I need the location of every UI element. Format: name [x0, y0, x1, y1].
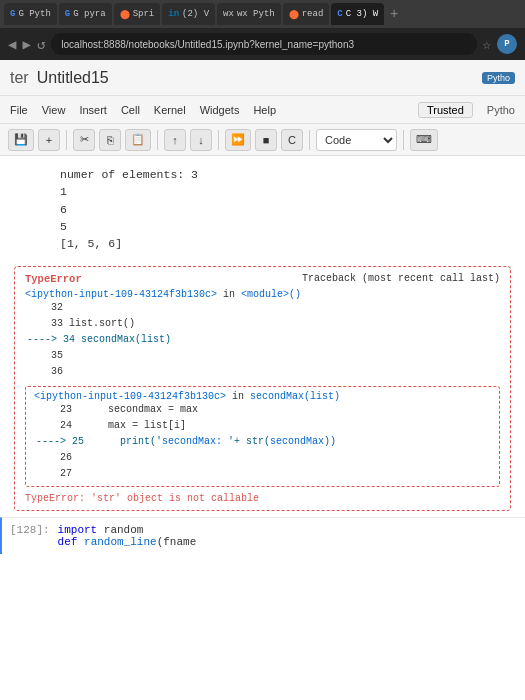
- error-message: TypeError: 'str' object is not callable: [25, 493, 500, 504]
- toolbar: 💾 + ✂ ⎘ 📋 ↑ ↓ ⏩ ■ C Code Markdown Raw ⌨: [0, 124, 525, 156]
- menu-help[interactable]: Help: [253, 104, 276, 116]
- output-line-4: 5: [60, 218, 511, 235]
- forward-icon[interactable]: ▶: [22, 36, 30, 53]
- toolbar-keyboard[interactable]: ⌨: [410, 129, 438, 151]
- tab-read[interactable]: ⬤ read: [283, 3, 330, 25]
- inner-line-26: 26: [34, 450, 491, 466]
- error-loc2-file: <ipython-input-109-43124f3b130c>: [34, 391, 226, 402]
- inner-line-25: ----> 25 print('secondMax: '+ str(second…: [34, 434, 491, 450]
- tab-v2[interactable]: in (2) V: [162, 3, 215, 25]
- traceback-title: Traceback (most recent call last): [302, 273, 500, 285]
- error-type-label: TypeError: [25, 273, 82, 285]
- toolbar-separator-3: [218, 130, 219, 150]
- cell-type-selector[interactable]: Code Markdown Raw: [316, 129, 397, 151]
- outer-line-32: 32: [25, 300, 500, 316]
- output-cell-area: numer of elements: 3 1 6 5 [1, 5, 6]: [0, 156, 525, 262]
- error-location-1: <ipython-input-109-43124f3b130c> in <mod…: [25, 289, 500, 300]
- address-bar: ◀ ▶ ↺ ☆ P: [0, 28, 525, 60]
- outer-line-36: 36: [25, 364, 500, 380]
- toolbar-separator-1: [66, 130, 67, 150]
- outer-line-35: 35: [25, 348, 500, 364]
- toolbar-separator-5: [403, 130, 404, 150]
- python-kernel-label: Pytho: [487, 104, 515, 116]
- toolbar-copy[interactable]: ⎘: [99, 129, 121, 151]
- error-header: TypeError Traceback (most recent call la…: [25, 273, 500, 285]
- outer-line-34: ----> 34 secondMax(list): [25, 332, 500, 348]
- toolbar-run-all[interactable]: ⏩: [225, 129, 251, 151]
- code-line-import: import random: [58, 524, 521, 536]
- menu-kernel[interactable]: Kernel: [154, 104, 186, 116]
- cell-number-128: [128]:: [2, 522, 54, 538]
- tab-wxpyth[interactable]: wx wx Pyth: [217, 3, 281, 25]
- menu-file[interactable]: File: [10, 104, 28, 116]
- python-badge: Pytho: [482, 72, 515, 84]
- toolbar-cut[interactable]: ✂: [73, 129, 95, 151]
- notebook-title-bar: ter Untitled15: [10, 69, 109, 87]
- output-line-3: 6: [60, 201, 511, 218]
- error-loc1-file: <ipython-input-109-43124f3b130c>: [25, 289, 217, 300]
- toolbar-move-down[interactable]: ↓: [190, 129, 212, 151]
- menu-insert[interactable]: Insert: [79, 104, 107, 116]
- error-loc1-context: <module>(): [241, 289, 301, 300]
- notebook-title[interactable]: Untitled15: [37, 69, 109, 87]
- notebook-header: ter Untitled15 Pytho: [0, 60, 525, 96]
- code-line-def: def random_line(fname: [58, 536, 521, 548]
- error-traceback-box: TypeError Traceback (most recent call la…: [14, 266, 511, 511]
- error-location-2: <ipython-input-109-43124f3b130c> in seco…: [34, 391, 491, 402]
- inner-line-27: 27: [34, 466, 491, 482]
- toolbar-restart[interactable]: C: [281, 129, 303, 151]
- menu-view[interactable]: View: [42, 104, 66, 116]
- bookmark-icon[interactable]: ☆: [483, 36, 491, 53]
- output-line-1: numer of elements: 3: [60, 166, 511, 183]
- tab-pyra[interactable]: G G pyra: [59, 3, 112, 25]
- reload-icon[interactable]: ↺: [37, 36, 45, 53]
- cell-code-128[interactable]: import random def random_line(fname: [54, 522, 525, 550]
- toolbar-separator-2: [157, 130, 158, 150]
- inner-line-23: 23 secondmax = max: [34, 402, 491, 418]
- toolbar-add-cell[interactable]: +: [38, 129, 60, 151]
- trusted-button[interactable]: Trusted: [418, 102, 473, 118]
- tab-bar: G G Pyth G G pyra ⬤ Spri in (2) V wx wx …: [0, 0, 525, 28]
- address-input[interactable]: [51, 33, 476, 55]
- input-cell-128: [128]: import random def random_line(fna…: [0, 517, 525, 554]
- inner-traceback-box: <ipython-input-109-43124f3b130c> in seco…: [25, 386, 500, 487]
- menu-bar: File View Insert Cell Kernel Widgets Hel…: [0, 96, 525, 124]
- output-line-2: 1: [60, 183, 511, 200]
- output-text: numer of elements: 3 1 6 5 [1, 5, 6]: [0, 160, 525, 258]
- notebook-container: ter Untitled15 Pytho File View Insert Ce…: [0, 60, 525, 700]
- title-prefix: ter: [10, 69, 29, 87]
- toolbar-paste[interactable]: 📋: [125, 129, 151, 151]
- toolbar-interrupt[interactable]: ■: [255, 129, 277, 151]
- back-icon[interactable]: ◀: [8, 36, 16, 53]
- output-line-5: [1, 5, 6]: [60, 235, 511, 252]
- toolbar-separator-4: [309, 130, 310, 150]
- outer-traceback-lines: 32 33 list.sort() ----> 34 secondMax(lis…: [25, 300, 500, 380]
- toolbar-move-up[interactable]: ↑: [164, 129, 186, 151]
- new-tab-button[interactable]: +: [386, 6, 402, 22]
- toolbar-save[interactable]: 💾: [8, 129, 34, 151]
- tab-pyth1[interactable]: G G Pyth: [4, 3, 57, 25]
- outer-line-33: 33 list.sort(): [25, 316, 500, 332]
- menu-widgets[interactable]: Widgets: [200, 104, 240, 116]
- inner-line-24: 24 max = list[i]: [34, 418, 491, 434]
- inner-traceback-lines: 23 secondmax = max 24 max = list[i] ----…: [34, 402, 491, 482]
- tab-spri[interactable]: ⬤ Spri: [114, 3, 161, 25]
- tab-active[interactable]: C C 3) W: [331, 3, 384, 25]
- error-loc2-context: secondMax(list): [250, 391, 340, 402]
- menu-cell[interactable]: Cell: [121, 104, 140, 116]
